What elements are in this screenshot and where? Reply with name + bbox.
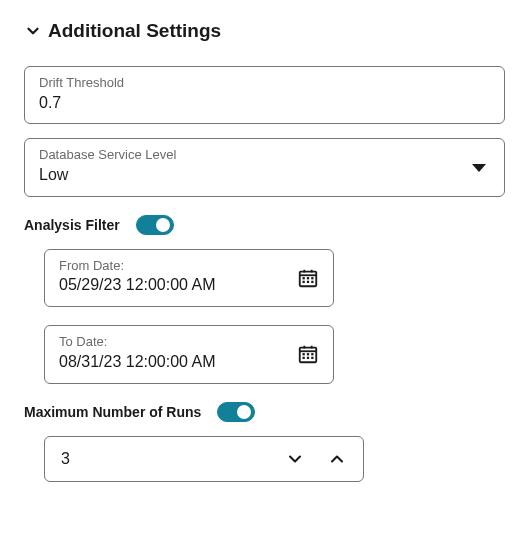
step-up-button[interactable] (323, 445, 351, 473)
toggle-knob (237, 405, 251, 419)
drift-threshold-label: Drift Threshold (39, 75, 490, 91)
svg-rect-7 (311, 277, 313, 279)
step-down-button[interactable] (281, 445, 309, 473)
section-title: Additional Settings (48, 20, 221, 42)
svg-rect-5 (303, 277, 305, 279)
max-runs-value: 3 (45, 450, 281, 468)
from-date-field[interactable]: From Date: 05/29/23 12:00:00 AM (44, 249, 334, 307)
db-service-level-value: Low (39, 165, 490, 186)
additional-settings-header[interactable]: Additional Settings (24, 20, 505, 42)
to-date-label: To Date: (59, 334, 319, 350)
to-date-field[interactable]: To Date: 08/31/23 12:00:00 AM (44, 325, 334, 383)
drift-threshold-value: 0.7 (39, 93, 490, 114)
svg-rect-10 (311, 281, 313, 283)
max-runs-label: Maximum Number of Runs (24, 404, 201, 420)
to-date-value: 08/31/23 12:00:00 AM (59, 352, 319, 373)
svg-rect-6 (307, 277, 309, 279)
caret-down-icon (472, 163, 486, 173)
svg-rect-19 (307, 357, 309, 359)
drift-threshold-field[interactable]: Drift Threshold 0.7 (24, 66, 505, 124)
db-service-level-label: Database Service Level (39, 147, 490, 163)
max-runs-stepper[interactable]: 3 (44, 436, 364, 482)
svg-rect-9 (307, 281, 309, 283)
max-runs-toggle[interactable] (217, 402, 255, 422)
calendar-icon[interactable] (297, 343, 319, 365)
chevron-down-icon (24, 22, 42, 40)
calendar-icon[interactable] (297, 267, 319, 289)
svg-rect-20 (311, 357, 313, 359)
svg-rect-17 (311, 353, 313, 355)
db-service-level-select[interactable]: Database Service Level Low (24, 138, 505, 196)
svg-rect-8 (303, 281, 305, 283)
svg-rect-16 (307, 353, 309, 355)
toggle-knob (156, 218, 170, 232)
svg-marker-0 (472, 164, 486, 172)
svg-rect-15 (303, 353, 305, 355)
from-date-label: From Date: (59, 258, 319, 274)
from-date-value: 05/29/23 12:00:00 AM (59, 275, 319, 296)
svg-rect-18 (303, 357, 305, 359)
analysis-filter-label: Analysis Filter (24, 217, 120, 233)
analysis-filter-toggle[interactable] (136, 215, 174, 235)
